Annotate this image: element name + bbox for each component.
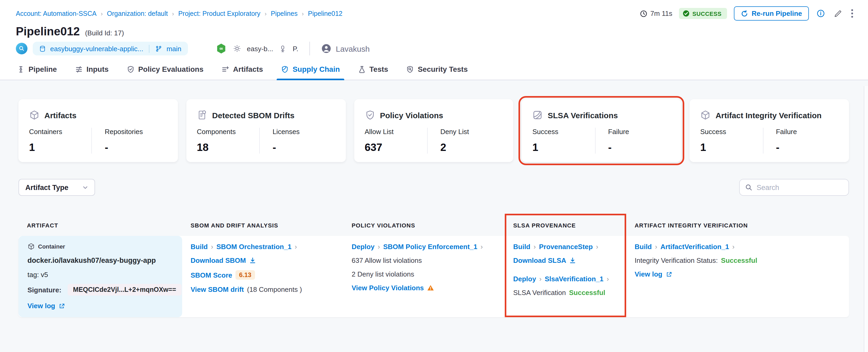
tab-label: Pipeline [29,65,57,73]
integrity-status-value: Successful [721,256,757,264]
card-sbom-drifts: Detected SBOM Drifts Components18 Licens… [186,99,346,162]
check-circle-icon [683,10,690,17]
stage-link[interactable]: Build [513,243,530,251]
sbom-score-link[interactable]: SBOM Score [191,271,232,279]
card-title: Detected SBOM Drifts [212,110,294,120]
summary-cards: Artifacts Containers1 Repositories- Dete… [19,99,849,162]
chevron-right-icon: › [655,243,657,251]
stat-label: Success [700,128,763,136]
view-sbom-drift-link[interactable]: View SBOM drift [191,286,244,293]
step-link[interactable]: SBOM Orchestration_1 [216,243,292,251]
artifact-type-select[interactable]: Artifact Type [19,179,95,196]
breadcrumb-item-pipelines[interactable]: Pipelines [271,10,298,17]
tab-security-tests[interactable]: Security Tests [405,60,469,80]
repository-icon [39,45,46,52]
chevron-right-icon: › [596,243,598,251]
stat-label: Licenses [273,128,335,136]
supply-chain-content: Artifacts Containers1 Repositories- Dete… [0,80,868,352]
filter-bar: Artifact Type [19,179,849,196]
card-title: Artifact Integrity Verification [715,110,822,120]
stat-value: 2 [440,141,503,154]
breadcrumb-separator: › [172,10,174,17]
step-link[interactable]: ArtifactVerification_1 [660,243,729,251]
stage-link[interactable]: Build [634,243,652,251]
tab-artifacts[interactable]: Artifacts [220,60,264,80]
pill-divider [149,44,150,53]
stat-value: - [776,141,838,154]
tab-label: Inputs [86,65,108,73]
environment-name[interactable]: P. [293,44,298,53]
column-header-integrity: ARTIFACT INTEGRITY VERIFICATION [626,214,849,236]
download-slsa-label: Download SLSA [513,256,566,264]
download-sbom-link[interactable]: Download SBOM [191,256,256,264]
rerun-pipeline-button[interactable]: Re-run Pipeline [734,6,809,21]
card-artifacts: Artifacts Containers1 Repositories- [19,99,178,162]
status-badge-label: SUCCESS [692,10,722,17]
container-cube-icon [27,243,35,250]
step-link[interactable]: ProvenanceStep [539,243,593,251]
view-log-label: View log [634,270,662,278]
column-header-artifact: ARTIFACT [19,214,182,236]
breadcrumb-item-organization[interactable]: Organization: default [107,10,168,17]
vertical-scrollbar[interactable] [864,86,868,352]
breadcrumb-item-project[interactable]: Project: Product Exploratory [178,10,260,17]
download-slsa-link[interactable]: Download SLSA [513,256,576,264]
tab-inputs[interactable]: Inputs [74,60,110,80]
view-log-link[interactable]: View log [27,302,65,310]
download-icon [249,257,256,264]
tab-supply-chain[interactable]: Supply Chain [280,60,341,80]
warning-icon [427,284,434,291]
artifacts-cube-icon [29,110,40,120]
flask-icon [358,65,366,73]
tab-pipeline[interactable]: Pipeline [16,60,58,80]
column-header-sbom: SBOM AND DRIFT ANALYSIS [182,214,343,236]
tab-policy-evaluations[interactable]: Policy Evaluations [125,60,204,80]
stat-value: 18 [197,141,259,154]
step-link[interactable]: SBOM Policy Enforcement_1 [383,243,477,251]
step-link[interactable]: SlsaVerification_1 [545,275,603,283]
breadcrumb-item-account[interactable]: Account: Automation-SSCA [16,10,97,17]
more-options-icon[interactable] [850,8,854,19]
table-header: ARTIFACT SBOM AND DRIFT ANALYSIS POLICY … [19,214,849,236]
meta-right: ∞ easy-b... P. Lavakush [215,42,370,56]
signature-value: MEQCICde2Vjl...L+2+mqnOXw== [68,284,181,295]
stage-link[interactable]: Deploy [352,243,375,251]
breadcrumb-item-pipeline012[interactable]: Pipeline012 [308,10,343,17]
execution-tabs: Pipeline Inputs Policy Evaluations Artif… [0,60,868,80]
card-artifact-integrity: Artifact Integrity Verification Success1… [689,99,849,162]
chevron-right-icon: › [211,243,213,251]
slsa-verification-status: Successful [569,289,605,296]
external-link-icon [665,271,672,277]
repo-name[interactable]: easybuggy-vulnerable-applic... [50,44,143,53]
service-name[interactable]: easy-b... [247,44,273,53]
title-row: Pipeline012 (Build Id: 17) [0,21,868,38]
stat-label: Allow List [365,128,427,136]
top-bar: Account: Automation-SSCA › Organization:… [0,0,868,21]
column-header-policy-violations: POLICY VIOLATIONS [343,214,505,236]
stat-label: Components [197,128,259,136]
info-icon[interactable] [816,8,826,19]
stat-value: - [608,141,671,154]
table-row: Container docker.io/lavakush07/easy-bugg… [19,236,849,317]
meta-divider [309,42,310,56]
breadcrumb-separator: › [101,10,103,17]
allow-list-violations: 637 Allow list violations [352,256,422,264]
card-title: SLSA Verifications [548,110,618,120]
search-input[interactable] [756,183,843,191]
view-log-link[interactable]: View log [634,270,672,278]
tab-tests[interactable]: Tests [356,60,389,80]
sbom-cell: Build › SBOM Orchestration_1 › Download … [182,236,343,317]
view-policy-violations-link[interactable]: View Policy Violations [352,284,434,292]
branch-name[interactable]: main [166,44,181,53]
build-id: (Build Id: 17) [85,29,124,37]
edit-icon[interactable] [833,8,843,19]
search-icon [745,184,752,191]
stat-value: 1 [532,141,595,154]
stage-link[interactable]: Build [191,243,208,251]
slsa-provenance-cell: Build › ProvenanceStep › Download SLSA D… [505,236,626,317]
top-actions: 7m 11s SUCCESS Re-run Pipeline [640,6,854,21]
integrity-cube-icon [700,110,711,120]
stage-link[interactable]: Deploy [513,275,536,283]
breadcrumb-separator: › [265,10,267,17]
artifact-image-name: docker.io/lavakush07/easy-buggy-app [27,256,173,264]
